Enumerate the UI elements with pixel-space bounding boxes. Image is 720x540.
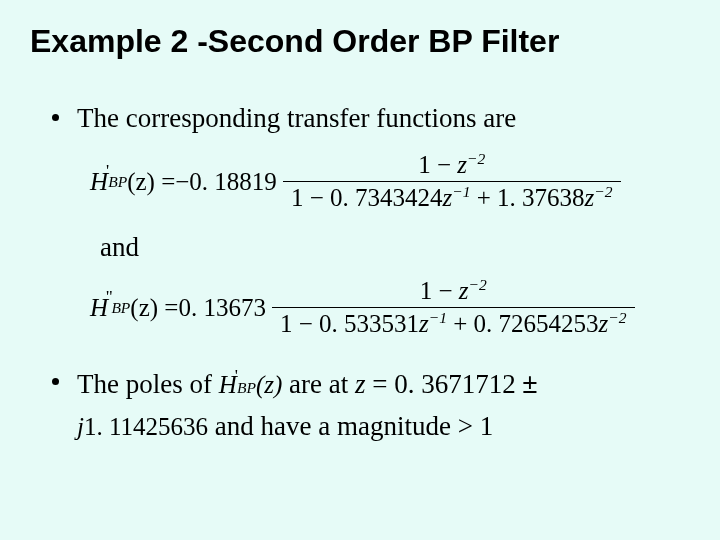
eq2-lhs: H '' BP (z) = 0. 13673 xyxy=(90,294,266,322)
inline-function: H'BP(z) xyxy=(219,366,283,405)
plus-minus-icon: ± xyxy=(522,369,537,399)
eq1-num-exp: −2 xyxy=(467,150,485,167)
b2-tail: and have a magnitude > 1 xyxy=(208,411,493,441)
eq2-num-a: 1 − xyxy=(420,277,459,304)
inline-prime: ' xyxy=(235,362,238,389)
eq2-num-exp: −2 xyxy=(469,276,487,293)
equation-1: H ' BP (z) = −0. 18819 1 − z−2 1 − 0. 73… xyxy=(90,151,690,214)
eq1-den-exp1: −1 xyxy=(452,183,470,200)
bullet-text: The corresponding transfer functions are xyxy=(77,100,680,136)
eq1-num-z: z xyxy=(457,151,467,178)
equation-2: H '' BP (z) = 0. 13673 1 − z−2 1 − 0. 53… xyxy=(90,277,690,340)
eq1-fraction: 1 − z−2 1 − 0. 7343424z−1 + 1. 37638z−2 xyxy=(283,151,621,214)
eq1-den-z1: z xyxy=(442,184,452,211)
b2-eq: = xyxy=(372,369,394,399)
eq1-den-a: 1 − 0. 7343424 xyxy=(291,184,443,211)
b2-val: 0. 3671712 xyxy=(394,369,522,399)
eq2-den-exp1: −1 xyxy=(429,309,447,326)
slide-title: Example 2 -Second Order BP Filter xyxy=(30,22,690,60)
and-text: and xyxy=(100,232,690,263)
eq2-den-exp2: −2 xyxy=(608,309,626,326)
slide: Example 2 -Second Order BP Filter The co… xyxy=(0,0,720,540)
eq2-coef: 0. 13673 xyxy=(178,294,266,322)
eq1-denominator: 1 − 0. 7343424z−1 + 1. 37638z−2 xyxy=(283,181,621,214)
bullet-item: The poles of H'BP(z) are at z = 0. 36717… xyxy=(52,364,680,448)
b2-jval: 1. 11425636 xyxy=(84,413,208,440)
eq1-den-exp2: −2 xyxy=(594,183,612,200)
eq2-den-a: 1 − 0. 533531 xyxy=(280,310,419,337)
eq1-lhs: H ' BP (z) = −0. 18819 xyxy=(90,168,277,196)
b2-mid: are at xyxy=(289,369,355,399)
eq2-arg: (z) = xyxy=(130,294,178,322)
b2-pre: The poles of xyxy=(77,369,219,399)
eq1-num-a: 1 − xyxy=(418,151,457,178)
eq2-den-z2: z xyxy=(599,310,609,337)
eq1-den-c: + 1. 37638 xyxy=(470,184,584,211)
eq2-fraction: 1 − z−2 1 − 0. 533531z−1 + 0. 72654253z−… xyxy=(272,277,635,340)
eq2-den-z1: z xyxy=(419,310,429,337)
bullet-item: The corresponding transfer functions are xyxy=(52,100,680,136)
eq1-prime: ' xyxy=(106,160,109,181)
eq2-den-c: + 0. 72654253 xyxy=(447,310,599,337)
b2-j: j xyxy=(77,413,84,440)
b2-var-z: z xyxy=(355,369,366,399)
eq2-numerator: 1 − z−2 xyxy=(412,277,495,307)
eq2-prime: '' xyxy=(106,286,112,307)
bullet-text-2: The poles of H'BP(z) are at z = 0. 36717… xyxy=(77,364,680,448)
eq2-denominator: 1 − 0. 533531z−1 + 0. 72654253z−2 xyxy=(272,307,635,340)
eq2-num-z: z xyxy=(459,277,469,304)
eq1-coef: −0. 18819 xyxy=(175,168,277,196)
eq1-numerator: 1 − z−2 xyxy=(410,151,493,181)
eq1-arg: (z) = xyxy=(127,168,175,196)
eq1-den-z2: z xyxy=(585,184,595,211)
inline-arg: (z) xyxy=(256,366,282,405)
bullet-dot-icon xyxy=(52,378,59,385)
bullet-dot-icon xyxy=(52,114,59,121)
